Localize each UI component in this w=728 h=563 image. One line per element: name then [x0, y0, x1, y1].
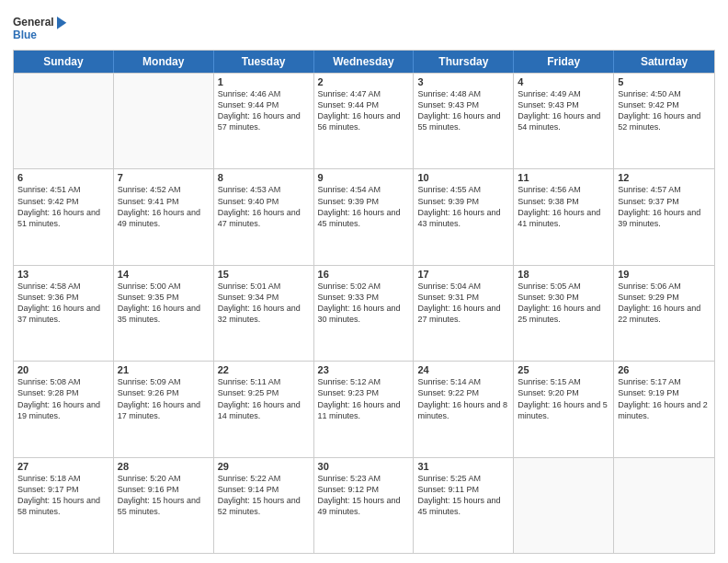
day-info-13: Sunrise: 4:58 AMSunset: 9:36 PMDaylight:… [17, 281, 109, 326]
logo: General Blue [13, 11, 68, 44]
day-10: 10Sunrise: 4:55 AMSunset: 9:39 PMDayligh… [414, 169, 514, 264]
day-number-20: 20 [17, 364, 109, 375]
day-info-18: Sunrise: 5:05 AMSunset: 9:30 PMDaylight:… [518, 281, 609, 326]
day-number-31: 31 [417, 461, 509, 472]
day-28: 28Sunrise: 5:20 AMSunset: 9:16 PMDayligh… [114, 458, 214, 553]
day-22: 22Sunrise: 5:11 AMSunset: 9:25 PMDayligh… [214, 362, 314, 456]
day-info-28: Sunrise: 5:20 AMSunset: 9:16 PMDaylight:… [118, 473, 210, 518]
day-number-17: 17 [417, 269, 509, 280]
day-number-6: 6 [17, 172, 109, 183]
day-21: 21Sunrise: 5:09 AMSunset: 9:26 PMDayligh… [114, 362, 214, 456]
empty-cell-w0-d1 [114, 74, 214, 168]
day-number-8: 8 [218, 172, 310, 183]
header-day-saturday: Saturday [614, 51, 714, 73]
day-info-30: Sunrise: 5:23 AMSunset: 9:12 PMDaylight:… [318, 473, 410, 518]
day-24: 24Sunrise: 5:14 AMSunset: 9:22 PMDayligh… [414, 362, 514, 456]
day-number-29: 29 [218, 461, 310, 472]
day-info-11: Sunrise: 4:56 AMSunset: 9:38 PMDaylight:… [518, 184, 609, 229]
day-info-7: Sunrise: 4:52 AMSunset: 9:41 PMDaylight:… [118, 184, 210, 229]
header: General Blue [13, 11, 715, 44]
day-15: 15Sunrise: 5:01 AMSunset: 9:34 PMDayligh… [214, 266, 314, 361]
day-info-2: Sunrise: 4:47 AMSunset: 9:44 PMDaylight:… [318, 88, 410, 133]
day-number-28: 28 [118, 461, 210, 472]
day-info-21: Sunrise: 5:09 AMSunset: 9:26 PMDaylight:… [118, 376, 210, 421]
day-27: 27Sunrise: 5:18 AMSunset: 9:17 PMDayligh… [14, 458, 114, 553]
day-info-5: Sunrise: 4:50 AMSunset: 9:42 PMDaylight:… [618, 88, 711, 133]
day-number-3: 3 [417, 76, 509, 87]
day-30: 30Sunrise: 5:23 AMSunset: 9:12 PMDayligh… [314, 458, 415, 553]
day-1: 1Sunrise: 4:46 AMSunset: 9:44 PMDaylight… [214, 74, 314, 168]
day-number-11: 11 [518, 172, 609, 183]
day-info-22: Sunrise: 5:11 AMSunset: 9:25 PMDaylight:… [218, 376, 310, 421]
day-number-27: 27 [17, 461, 109, 472]
day-12: 12Sunrise: 4:57 AMSunset: 9:37 PMDayligh… [614, 169, 714, 264]
day-number-22: 22 [218, 364, 310, 375]
week-4: 20Sunrise: 5:08 AMSunset: 9:28 PMDayligh… [14, 361, 714, 456]
day-info-16: Sunrise: 5:02 AMSunset: 9:33 PMDaylight:… [318, 281, 410, 326]
day-number-21: 21 [118, 364, 210, 375]
day-number-30: 30 [318, 461, 410, 472]
day-3: 3Sunrise: 4:48 AMSunset: 9:43 PMDaylight… [414, 74, 514, 168]
day-info-12: Sunrise: 4:57 AMSunset: 9:37 PMDaylight:… [618, 184, 711, 229]
day-info-10: Sunrise: 4:55 AMSunset: 9:39 PMDaylight:… [417, 184, 509, 229]
day-18: 18Sunrise: 5:05 AMSunset: 9:30 PMDayligh… [514, 266, 614, 361]
day-number-2: 2 [318, 76, 410, 87]
day-25: 25Sunrise: 5:15 AMSunset: 9:20 PMDayligh… [514, 362, 614, 456]
week-5: 27Sunrise: 5:18 AMSunset: 9:17 PMDayligh… [14, 457, 714, 553]
day-number-25: 25 [518, 364, 609, 375]
svg-text:Blue: Blue [13, 29, 37, 41]
day-31: 31Sunrise: 5:25 AMSunset: 9:11 PMDayligh… [414, 458, 514, 553]
day-number-5: 5 [618, 76, 711, 87]
day-23: 23Sunrise: 5:12 AMSunset: 9:23 PMDayligh… [314, 362, 415, 456]
day-29: 29Sunrise: 5:22 AMSunset: 9:14 PMDayligh… [214, 458, 314, 553]
day-number-15: 15 [218, 269, 310, 280]
week-3: 13Sunrise: 4:58 AMSunset: 9:36 PMDayligh… [14, 265, 714, 361]
day-info-27: Sunrise: 5:18 AMSunset: 9:17 PMDaylight:… [17, 473, 109, 518]
day-info-24: Sunrise: 5:14 AMSunset: 9:22 PMDaylight:… [417, 376, 509, 421]
day-info-17: Sunrise: 5:04 AMSunset: 9:31 PMDaylight:… [417, 281, 509, 326]
header-day-wednesday: Wednesday [314, 51, 415, 73]
day-14: 14Sunrise: 5:00 AMSunset: 9:35 PMDayligh… [114, 266, 214, 361]
day-info-4: Sunrise: 4:49 AMSunset: 9:43 PMDaylight:… [518, 88, 609, 133]
day-number-19: 19 [618, 269, 711, 280]
day-info-29: Sunrise: 5:22 AMSunset: 9:14 PMDaylight:… [218, 473, 310, 518]
day-info-3: Sunrise: 4:48 AMSunset: 9:43 PMDaylight:… [417, 88, 509, 133]
week-1: 1Sunrise: 4:46 AMSunset: 9:44 PMDaylight… [14, 73, 714, 168]
day-9: 9Sunrise: 4:54 AMSunset: 9:39 PMDaylight… [314, 169, 415, 264]
day-2: 2Sunrise: 4:47 AMSunset: 9:44 PMDaylight… [314, 74, 415, 168]
empty-cell-w4-d6 [614, 458, 714, 553]
svg-text:General: General [13, 16, 54, 29]
day-info-20: Sunrise: 5:08 AMSunset: 9:28 PMDaylight:… [17, 376, 109, 421]
day-info-19: Sunrise: 5:06 AMSunset: 9:29 PMDaylight:… [618, 281, 711, 326]
day-17: 17Sunrise: 5:04 AMSunset: 9:31 PMDayligh… [414, 266, 514, 361]
day-20: 20Sunrise: 5:08 AMSunset: 9:28 PMDayligh… [14, 362, 114, 456]
day-number-16: 16 [318, 269, 410, 280]
day-19: 19Sunrise: 5:06 AMSunset: 9:29 PMDayligh… [614, 266, 714, 361]
day-number-18: 18 [518, 269, 609, 280]
day-number-10: 10 [417, 172, 509, 183]
day-6: 6Sunrise: 4:51 AMSunset: 9:42 PMDaylight… [14, 169, 114, 264]
week-2: 6Sunrise: 4:51 AMSunset: 9:42 PMDaylight… [14, 168, 714, 264]
day-4: 4Sunrise: 4:49 AMSunset: 9:43 PMDaylight… [514, 74, 614, 168]
day-number-23: 23 [318, 364, 410, 375]
calendar-body: 1Sunrise: 4:46 AMSunset: 9:44 PMDaylight… [14, 73, 714, 553]
day-13: 13Sunrise: 4:58 AMSunset: 9:36 PMDayligh… [14, 266, 114, 361]
day-26: 26Sunrise: 5:17 AMSunset: 9:19 PMDayligh… [614, 362, 714, 456]
page: General Blue SundayMondayTuesdayWednesda… [0, 0, 728, 563]
day-info-9: Sunrise: 4:54 AMSunset: 9:39 PMDaylight:… [318, 184, 410, 229]
calendar: SundayMondayTuesdayWednesdayThursdayFrid… [13, 50, 715, 554]
calendar-header-row: SundayMondayTuesdayWednesdayThursdayFrid… [14, 51, 714, 73]
day-info-25: Sunrise: 5:15 AMSunset: 9:20 PMDaylight:… [518, 376, 609, 421]
day-11: 11Sunrise: 4:56 AMSunset: 9:38 PMDayligh… [514, 169, 614, 264]
day-number-26: 26 [618, 364, 711, 375]
day-info-8: Sunrise: 4:53 AMSunset: 9:40 PMDaylight:… [218, 184, 310, 229]
empty-cell-w0-d0 [14, 74, 114, 168]
day-number-9: 9 [318, 172, 410, 183]
svg-marker-2 [57, 17, 66, 29]
header-day-sunday: Sunday [14, 51, 114, 73]
day-number-12: 12 [618, 172, 711, 183]
day-8: 8Sunrise: 4:53 AMSunset: 9:40 PMDaylight… [214, 169, 314, 264]
day-number-14: 14 [118, 269, 210, 280]
day-number-7: 7 [118, 172, 210, 183]
day-info-1: Sunrise: 4:46 AMSunset: 9:44 PMDaylight:… [218, 88, 310, 133]
